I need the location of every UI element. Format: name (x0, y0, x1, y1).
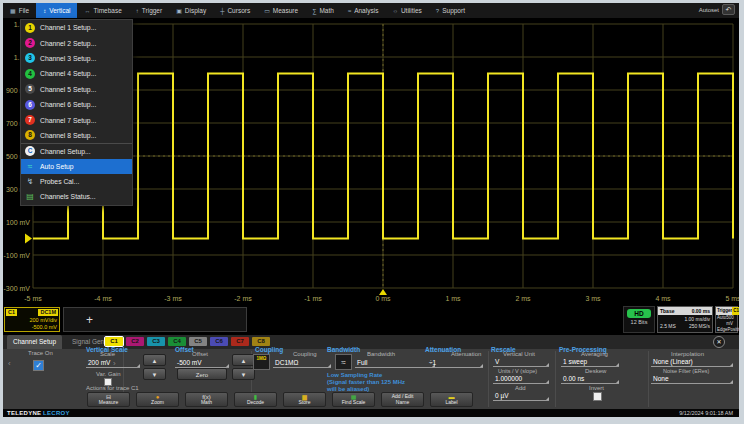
channel-chip[interactable]: C3 (147, 337, 165, 346)
menubar-item[interactable]: ☼ Utilities (385, 3, 428, 18)
channel-badge-icon: 4 (25, 69, 35, 79)
menu-item[interactable]: ↯ Probes Cal... (21, 174, 132, 189)
scale-up-button[interactable]: ▲ (143, 354, 166, 366)
action-button[interactable]: ▦ Find Scale (332, 392, 375, 407)
menu-item[interactable]: ▤ Channels Status... (21, 189, 132, 204)
menu-item-icon: ▤ (25, 192, 35, 201)
action-button[interactable]: ▆ Store (283, 392, 326, 407)
menu-item[interactable]: 2 Channel 2 Setup... (21, 35, 132, 50)
prev-trace-icon[interactable]: ‹ (8, 359, 11, 368)
panel-tab[interactable]: Channel Setup (7, 335, 62, 349)
offset-down-button[interactable]: ▼ (232, 368, 255, 380)
menubar-item[interactable]: ▣ Display (169, 3, 213, 18)
zero-button[interactable]: Zero (177, 368, 227, 380)
menu-item[interactable]: 6 Channel 6 Setup... (21, 97, 132, 112)
timebase-samples: 2.5 MS (660, 323, 676, 329)
trace-on-label: Trace On (28, 350, 53, 356)
channel-chip[interactable]: C1 (105, 337, 123, 346)
menu-item-label: Channel 5 Setup... (40, 86, 96, 93)
menubar-item[interactable]: ┼ Cursors (213, 3, 257, 18)
plus-icon: + (86, 313, 93, 327)
channel-chip[interactable]: C2 (126, 337, 144, 346)
menubar-item[interactable]: ▦ File (3, 3, 36, 18)
action-button[interactable]: ● Zoom (136, 392, 179, 407)
menu-item[interactable]: 5 Channel 5 Setup... (21, 82, 132, 97)
menu-item[interactable]: 7 Channel 7 Setup... (21, 112, 132, 127)
svg-text:-4 ms: -4 ms (94, 295, 112, 302)
channel-chip[interactable]: C6 (210, 337, 228, 346)
channel-badge-icon: C (25, 146, 35, 156)
menubar-item[interactable]: ↔ Timebase (77, 3, 128, 18)
invert-checkbox[interactable] (593, 392, 602, 401)
channel-badge-icon: 1 (25, 23, 35, 33)
menu-item[interactable]: ≈ Auto Setup (21, 159, 132, 174)
action-button[interactable]: ⊟ Measure (87, 392, 130, 407)
menu-item[interactable]: 1 Channel 1 Setup... (21, 20, 132, 35)
averaging-field[interactable]: 1 sweep (561, 357, 619, 367)
undo-icon[interactable]: ↶ (722, 4, 735, 15)
attenuation-field[interactable]: ÷1 (427, 358, 483, 368)
menu-item-label: Channel 4 Setup... (40, 70, 96, 77)
add-trace-button[interactable]: + (63, 307, 247, 332)
acquisition-descriptor[interactable]: HD 12 Bits (623, 306, 655, 333)
channel-badge-icon: 5 (25, 84, 35, 94)
offset-up-button[interactable]: ▲ (232, 354, 255, 366)
trace-on-checkbox[interactable]: ✓ (33, 360, 44, 371)
divider (488, 351, 489, 407)
bandwidth-header: Bandwidth (327, 346, 360, 353)
menu-item[interactable]: 4 Channel 4 Setup... (21, 66, 132, 81)
offset-header: Offset (175, 346, 194, 353)
add-field[interactable]: 0 µV (493, 391, 549, 401)
trigger-descriptor[interactable]: Trigger C1 Auto 500 mV Edge Positive (715, 306, 738, 333)
units-per-v-field[interactable]: 1.000000 (493, 374, 549, 384)
menubar-item-label: Measure (273, 7, 298, 14)
c1-trace-descriptor[interactable]: C1 DC1M 200 mV/div -500.0 mV (4, 307, 60, 332)
menubar-item-label: Display (185, 7, 206, 14)
coupling-header: Coupling (255, 346, 283, 353)
c1-offset: -500.0 mV (5, 324, 59, 331)
scale-down-button[interactable]: ▼ (143, 368, 166, 380)
channel-chip[interactable]: C5 (189, 337, 207, 346)
menu-item-label: Channel 2 Setup... (40, 40, 96, 47)
menu-item[interactable]: 8 Channel 8 Setup... (21, 128, 132, 143)
menubar-item-icon: ↔ (84, 8, 90, 14)
menubar-item[interactable]: ? Support (429, 3, 472, 18)
action-button[interactable]: Add / Edit Name (381, 392, 424, 407)
close-panel-button[interactable]: ✕ (713, 336, 725, 348)
menu-item[interactable]: 3 Channel 3 Setup... (21, 51, 132, 66)
menubar-item[interactable]: ↑ Trigger (129, 3, 169, 18)
menubar-item[interactable]: ∑ Math (305, 3, 341, 18)
offset-field[interactable]: -500 mV (175, 358, 229, 368)
deskew-field[interactable]: 0.00 ns (561, 374, 619, 384)
channel-chip[interactable]: C8 (252, 337, 270, 346)
menubar-item[interactable]: ↕ Vertical (36, 3, 77, 18)
channel-chips: C1 C2 C3 C4 C5 C6 C7 C8 (105, 337, 270, 346)
menu-item[interactable]: C Channel Setup... (21, 143, 132, 158)
channel-chip[interactable]: C7 (231, 337, 249, 346)
timebase-position: 0.00 ms (692, 307, 710, 315)
autoset-control[interactable]: Autoset ↶ (699, 4, 735, 15)
bandwidth-field[interactable]: Full (355, 358, 435, 368)
timebase-descriptor[interactable]: Tbase 0.00 ms 1.00 ms/div 2.5 MS 250 MS/… (657, 306, 713, 333)
menubar: ▦ File ↕ Vertical ↔ Timebase ↑ Trigger (3, 3, 739, 18)
menu-item-label: Channels Status... (40, 193, 96, 200)
interpolation-field[interactable]: None (Linear) (651, 357, 733, 367)
menubar-item-label: Cursors (227, 7, 250, 14)
timebase-rate: 250 MS/s (689, 323, 710, 329)
menubar-item[interactable]: ≈ Analysis (341, 3, 386, 18)
menubar-item[interactable]: ▭ Measure (257, 3, 305, 18)
action-button[interactable]: ▬ Label (430, 392, 473, 407)
coupling-label: Coupling (293, 351, 317, 357)
menubar-item-icon: ↑ (136, 8, 139, 14)
coupling-field[interactable]: DC1MΩ (273, 358, 331, 368)
action-button[interactable]: ▮ Decode (234, 392, 277, 407)
menubar-item-icon: ↕ (43, 8, 46, 14)
action-button[interactable]: f(x) Math (185, 392, 228, 407)
channel-chip[interactable]: C4 (168, 337, 186, 346)
menubar-item-label: Utilities (401, 7, 422, 14)
scale-field[interactable]: 200 mV (86, 358, 140, 368)
channel-badge-icon: 3 (25, 53, 35, 63)
noise-filter-field[interactable]: None (651, 374, 733, 384)
bandwidth-value: Full (357, 359, 367, 366)
vertical-unit-field[interactable]: V (493, 357, 549, 367)
